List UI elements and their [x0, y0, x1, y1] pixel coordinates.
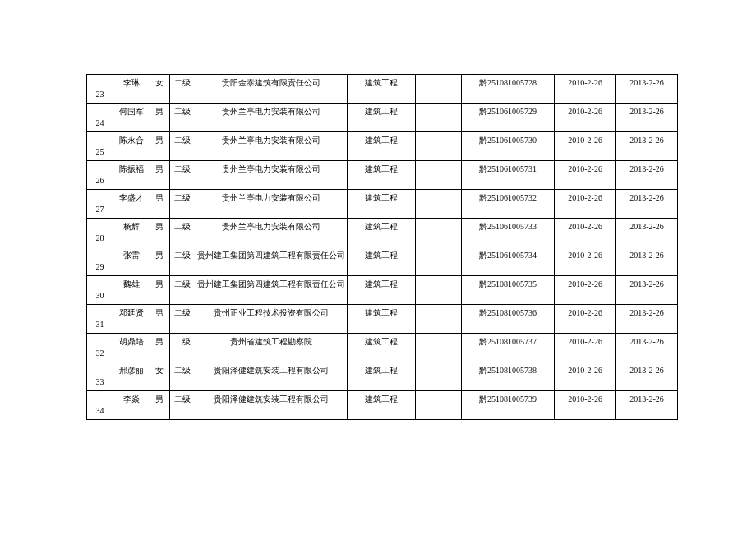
date2-cell: 2013-2-26: [616, 276, 678, 305]
name-cell: 胡鼎培: [113, 334, 150, 362]
gender-cell: 男: [150, 334, 170, 362]
gender-cell: 男: [150, 219, 170, 247]
category-cell: 建筑工程: [347, 104, 415, 132]
gender-cell: 男: [150, 247, 170, 276]
company-cell: 贵州兰亭电力安装有限公司: [196, 219, 347, 247]
gender-cell: 男: [150, 276, 170, 305]
gender-cell: 男: [150, 161, 170, 190]
empty-cell: [416, 75, 462, 104]
table-row: 29张雷男二级贵州建工集团第四建筑工程有限责任公司建筑工程黔2510610057…: [87, 247, 678, 276]
cert-number-cell: 黔251081005735: [461, 276, 554, 305]
row-number-cell: 33: [87, 362, 113, 391]
date1-cell: 2010-2-26: [555, 247, 616, 276]
date2-cell: 2013-2-26: [616, 161, 678, 190]
cert-number-cell: 黔251061005733: [461, 219, 554, 247]
cert-number-cell: 黔251061005731: [461, 161, 554, 190]
name-cell: 邓廷贤: [113, 305, 150, 334]
empty-cell: [416, 132, 462, 161]
category-cell: 建筑工程: [347, 219, 415, 247]
company-cell: 贵阳泽健建筑安装工程有限公司: [196, 362, 347, 391]
date2-cell: 2013-2-26: [616, 75, 678, 104]
level-cell: 二级: [169, 190, 196, 219]
gender-cell: 男: [150, 305, 170, 334]
date1-cell: 2010-2-26: [555, 276, 616, 305]
company-cell: 贵州兰亭电力安装有限公司: [196, 190, 347, 219]
date1-cell: 2010-2-26: [555, 219, 616, 247]
level-cell: 二级: [169, 305, 196, 334]
table-row: 28杨辉男二级贵州兰亭电力安装有限公司建筑工程黔2510610057332010…: [87, 219, 678, 247]
row-number-cell: 34: [87, 391, 113, 420]
level-cell: 二级: [169, 362, 196, 391]
level-cell: 二级: [169, 276, 196, 305]
level-cell: 二级: [169, 104, 196, 132]
company-cell: 贵州建工集团第四建筑工程有限责任公司: [196, 247, 347, 276]
date2-cell: 2013-2-26: [616, 362, 678, 391]
category-cell: 建筑工程: [347, 391, 415, 420]
level-cell: 二级: [169, 75, 196, 104]
name-cell: 张雷: [113, 247, 150, 276]
category-cell: 建筑工程: [347, 276, 415, 305]
company-cell: 贵州兰亭电力安装有限公司: [196, 132, 347, 161]
date2-cell: 2013-2-26: [616, 334, 678, 362]
level-cell: 二级: [169, 334, 196, 362]
table-row: 30魏雄男二级贵州建工集团第四建筑工程有限责任公司建筑工程黔2510810057…: [87, 276, 678, 305]
row-number-cell: 30: [87, 276, 113, 305]
empty-cell: [416, 104, 462, 132]
row-number-cell: 29: [87, 247, 113, 276]
date1-cell: 2010-2-26: [555, 391, 616, 420]
date2-cell: 2013-2-26: [616, 104, 678, 132]
empty-cell: [416, 305, 462, 334]
row-number-cell: 26: [87, 161, 113, 190]
category-cell: 建筑工程: [347, 305, 415, 334]
date2-cell: 2013-2-26: [616, 247, 678, 276]
date1-cell: 2010-2-26: [555, 190, 616, 219]
category-cell: 建筑工程: [347, 247, 415, 276]
cert-number-cell: 黔251081005737: [461, 334, 554, 362]
table-row: 25陈永合男二级贵州兰亭电力安装有限公司建筑工程黔251061005730201…: [87, 132, 678, 161]
gender-cell: 男: [150, 190, 170, 219]
data-table: 23李琳女二级贵阳金泰建筑有限责任公司建筑工程黔2510810057282010…: [86, 74, 678, 420]
date1-cell: 2010-2-26: [555, 161, 616, 190]
company-cell: 贵州正业工程技术投资有限公司: [196, 305, 347, 334]
date1-cell: 2010-2-26: [555, 362, 616, 391]
cert-number-cell: 黔251061005734: [461, 247, 554, 276]
empty-cell: [416, 161, 462, 190]
date2-cell: 2013-2-26: [616, 305, 678, 334]
empty-cell: [416, 219, 462, 247]
name-cell: 陈永合: [113, 132, 150, 161]
cert-number-cell: 黔251081005728: [461, 75, 554, 104]
name-cell: 何国军: [113, 104, 150, 132]
level-cell: 二级: [169, 391, 196, 420]
gender-cell: 男: [150, 104, 170, 132]
row-number-cell: 31: [87, 305, 113, 334]
date1-cell: 2010-2-26: [555, 334, 616, 362]
name-cell: 李盛才: [113, 190, 150, 219]
empty-cell: [416, 362, 462, 391]
level-cell: 二级: [169, 161, 196, 190]
category-cell: 建筑工程: [347, 334, 415, 362]
name-cell: 邢彦丽: [113, 362, 150, 391]
empty-cell: [416, 276, 462, 305]
gender-cell: 男: [150, 132, 170, 161]
gender-cell: 女: [150, 75, 170, 104]
cert-number-cell: 黔251061005730: [461, 132, 554, 161]
category-cell: 建筑工程: [347, 190, 415, 219]
category-cell: 建筑工程: [347, 75, 415, 104]
date1-cell: 2010-2-26: [555, 305, 616, 334]
category-cell: 建筑工程: [347, 161, 415, 190]
empty-cell: [416, 190, 462, 219]
name-cell: 杨辉: [113, 219, 150, 247]
company-cell: 贵阳金泰建筑有限责任公司: [196, 75, 347, 104]
company-cell: 贵阳泽健建筑安装工程有限公司: [196, 391, 347, 420]
company-cell: 贵州建工集团第四建筑工程有限责任公司: [196, 276, 347, 305]
date2-cell: 2013-2-26: [616, 219, 678, 247]
empty-cell: [416, 247, 462, 276]
table-row: 23李琳女二级贵阳金泰建筑有限责任公司建筑工程黔2510810057282010…: [87, 75, 678, 104]
company-cell: 贵州兰亭电力安装有限公司: [196, 161, 347, 190]
level-cell: 二级: [169, 247, 196, 276]
table-row: 33邢彦丽女二级贵阳泽健建筑安装工程有限公司建筑工程黔2510810057382…: [87, 362, 678, 391]
name-cell: 陈振福: [113, 161, 150, 190]
date2-cell: 2013-2-26: [616, 132, 678, 161]
name-cell: 李焱: [113, 391, 150, 420]
empty-cell: [416, 391, 462, 420]
